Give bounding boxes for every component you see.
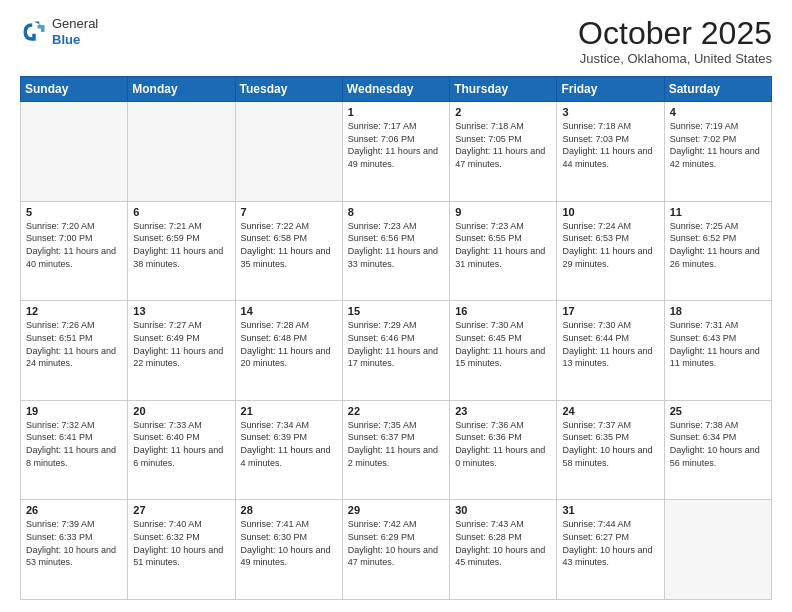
- day-info: Sunrise: 7:30 AMSunset: 6:44 PMDaylight:…: [562, 319, 658, 369]
- calendar-cell: [21, 102, 128, 202]
- day-number: 1: [348, 106, 444, 118]
- calendar-cell: 10Sunrise: 7:24 AMSunset: 6:53 PMDayligh…: [557, 201, 664, 301]
- calendar-cell: 22Sunrise: 7:35 AMSunset: 6:37 PMDayligh…: [342, 400, 449, 500]
- day-info: Sunrise: 7:18 AMSunset: 7:03 PMDaylight:…: [562, 120, 658, 170]
- day-number: 28: [241, 504, 337, 516]
- calendar-cell: 12Sunrise: 7:26 AMSunset: 6:51 PMDayligh…: [21, 301, 128, 401]
- header-friday: Friday: [557, 77, 664, 102]
- day-info: Sunrise: 7:31 AMSunset: 6:43 PMDaylight:…: [670, 319, 766, 369]
- logo-icon: [20, 18, 48, 46]
- location: Justice, Oklahoma, United States: [578, 51, 772, 66]
- day-number: 12: [26, 305, 122, 317]
- calendar-cell: 2Sunrise: 7:18 AMSunset: 7:05 PMDaylight…: [450, 102, 557, 202]
- calendar: Sunday Monday Tuesday Wednesday Thursday…: [20, 76, 772, 600]
- day-number: 16: [455, 305, 551, 317]
- header-thursday: Thursday: [450, 77, 557, 102]
- header-wednesday: Wednesday: [342, 77, 449, 102]
- calendar-cell: 6Sunrise: 7:21 AMSunset: 6:59 PMDaylight…: [128, 201, 235, 301]
- day-info: Sunrise: 7:37 AMSunset: 6:35 PMDaylight:…: [562, 419, 658, 469]
- calendar-cell: 15Sunrise: 7:29 AMSunset: 6:46 PMDayligh…: [342, 301, 449, 401]
- calendar-cell: 28Sunrise: 7:41 AMSunset: 6:30 PMDayligh…: [235, 500, 342, 600]
- calendar-cell: 20Sunrise: 7:33 AMSunset: 6:40 PMDayligh…: [128, 400, 235, 500]
- calendar-cell: 17Sunrise: 7:30 AMSunset: 6:44 PMDayligh…: [557, 301, 664, 401]
- calendar-cell: 3Sunrise: 7:18 AMSunset: 7:03 PMDaylight…: [557, 102, 664, 202]
- calendar-week-1: 1Sunrise: 7:17 AMSunset: 7:06 PMDaylight…: [21, 102, 772, 202]
- day-number: 4: [670, 106, 766, 118]
- day-info: Sunrise: 7:32 AMSunset: 6:41 PMDaylight:…: [26, 419, 122, 469]
- logo-blue: Blue: [52, 32, 98, 48]
- header-monday: Monday: [128, 77, 235, 102]
- calendar-cell: 31Sunrise: 7:44 AMSunset: 6:27 PMDayligh…: [557, 500, 664, 600]
- day-info: Sunrise: 7:36 AMSunset: 6:36 PMDaylight:…: [455, 419, 551, 469]
- day-info: Sunrise: 7:26 AMSunset: 6:51 PMDaylight:…: [26, 319, 122, 369]
- day-info: Sunrise: 7:25 AMSunset: 6:52 PMDaylight:…: [670, 220, 766, 270]
- header-tuesday: Tuesday: [235, 77, 342, 102]
- day-info: Sunrise: 7:23 AMSunset: 6:55 PMDaylight:…: [455, 220, 551, 270]
- calendar-cell: 26Sunrise: 7:39 AMSunset: 6:33 PMDayligh…: [21, 500, 128, 600]
- day-number: 21: [241, 405, 337, 417]
- calendar-cell: 13Sunrise: 7:27 AMSunset: 6:49 PMDayligh…: [128, 301, 235, 401]
- logo-text: General Blue: [52, 16, 98, 47]
- header-saturday: Saturday: [664, 77, 771, 102]
- day-number: 8: [348, 206, 444, 218]
- day-info: Sunrise: 7:40 AMSunset: 6:32 PMDaylight:…: [133, 518, 229, 568]
- day-number: 10: [562, 206, 658, 218]
- day-info: Sunrise: 7:24 AMSunset: 6:53 PMDaylight:…: [562, 220, 658, 270]
- day-number: 20: [133, 405, 229, 417]
- day-info: Sunrise: 7:39 AMSunset: 6:33 PMDaylight:…: [26, 518, 122, 568]
- day-number: 7: [241, 206, 337, 218]
- day-number: 5: [26, 206, 122, 218]
- calendar-cell: 8Sunrise: 7:23 AMSunset: 6:56 PMDaylight…: [342, 201, 449, 301]
- day-number: 6: [133, 206, 229, 218]
- day-number: 14: [241, 305, 337, 317]
- day-number: 29: [348, 504, 444, 516]
- day-info: Sunrise: 7:41 AMSunset: 6:30 PMDaylight:…: [241, 518, 337, 568]
- day-info: Sunrise: 7:38 AMSunset: 6:34 PMDaylight:…: [670, 419, 766, 469]
- day-number: 24: [562, 405, 658, 417]
- day-info: Sunrise: 7:33 AMSunset: 6:40 PMDaylight:…: [133, 419, 229, 469]
- calendar-cell: 27Sunrise: 7:40 AMSunset: 6:32 PMDayligh…: [128, 500, 235, 600]
- calendar-cell: 16Sunrise: 7:30 AMSunset: 6:45 PMDayligh…: [450, 301, 557, 401]
- calendar-cell: [664, 500, 771, 600]
- day-number: 3: [562, 106, 658, 118]
- day-info: Sunrise: 7:21 AMSunset: 6:59 PMDaylight:…: [133, 220, 229, 270]
- calendar-cell: 11Sunrise: 7:25 AMSunset: 6:52 PMDayligh…: [664, 201, 771, 301]
- day-info: Sunrise: 7:42 AMSunset: 6:29 PMDaylight:…: [348, 518, 444, 568]
- day-info: Sunrise: 7:34 AMSunset: 6:39 PMDaylight:…: [241, 419, 337, 469]
- day-number: 17: [562, 305, 658, 317]
- day-number: 2: [455, 106, 551, 118]
- title-block: October 2025 Justice, Oklahoma, United S…: [578, 16, 772, 66]
- calendar-cell: [235, 102, 342, 202]
- logo: General Blue: [20, 16, 98, 47]
- day-number: 13: [133, 305, 229, 317]
- calendar-week-3: 12Sunrise: 7:26 AMSunset: 6:51 PMDayligh…: [21, 301, 772, 401]
- day-info: Sunrise: 7:18 AMSunset: 7:05 PMDaylight:…: [455, 120, 551, 170]
- day-info: Sunrise: 7:17 AMSunset: 7:06 PMDaylight:…: [348, 120, 444, 170]
- calendar-week-4: 19Sunrise: 7:32 AMSunset: 6:41 PMDayligh…: [21, 400, 772, 500]
- day-info: Sunrise: 7:22 AMSunset: 6:58 PMDaylight:…: [241, 220, 337, 270]
- day-info: Sunrise: 7:19 AMSunset: 7:02 PMDaylight:…: [670, 120, 766, 170]
- calendar-cell: 29Sunrise: 7:42 AMSunset: 6:29 PMDayligh…: [342, 500, 449, 600]
- day-number: 27: [133, 504, 229, 516]
- calendar-cell: 4Sunrise: 7:19 AMSunset: 7:02 PMDaylight…: [664, 102, 771, 202]
- day-info: Sunrise: 7:27 AMSunset: 6:49 PMDaylight:…: [133, 319, 229, 369]
- day-number: 15: [348, 305, 444, 317]
- day-info: Sunrise: 7:30 AMSunset: 6:45 PMDaylight:…: [455, 319, 551, 369]
- calendar-cell: 7Sunrise: 7:22 AMSunset: 6:58 PMDaylight…: [235, 201, 342, 301]
- day-number: 11: [670, 206, 766, 218]
- day-number: 26: [26, 504, 122, 516]
- calendar-cell: [128, 102, 235, 202]
- calendar-cell: 30Sunrise: 7:43 AMSunset: 6:28 PMDayligh…: [450, 500, 557, 600]
- day-info: Sunrise: 7:28 AMSunset: 6:48 PMDaylight:…: [241, 319, 337, 369]
- day-number: 23: [455, 405, 551, 417]
- header-sunday: Sunday: [21, 77, 128, 102]
- day-info: Sunrise: 7:20 AMSunset: 7:00 PMDaylight:…: [26, 220, 122, 270]
- weekday-header-row: Sunday Monday Tuesday Wednesday Thursday…: [21, 77, 772, 102]
- calendar-week-2: 5Sunrise: 7:20 AMSunset: 7:00 PMDaylight…: [21, 201, 772, 301]
- day-number: 30: [455, 504, 551, 516]
- day-info: Sunrise: 7:29 AMSunset: 6:46 PMDaylight:…: [348, 319, 444, 369]
- header: General Blue October 2025 Justice, Oklah…: [20, 16, 772, 66]
- calendar-cell: 5Sunrise: 7:20 AMSunset: 7:00 PMDaylight…: [21, 201, 128, 301]
- day-info: Sunrise: 7:43 AMSunset: 6:28 PMDaylight:…: [455, 518, 551, 568]
- calendar-cell: 14Sunrise: 7:28 AMSunset: 6:48 PMDayligh…: [235, 301, 342, 401]
